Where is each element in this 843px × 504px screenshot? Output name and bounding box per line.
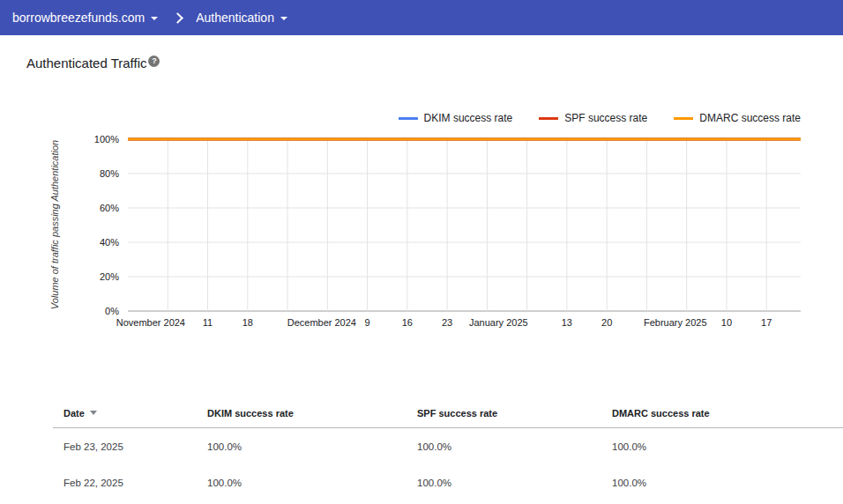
svg-text:February 2025: February 2025 [644,317,707,328]
section-selector-label: Authentication [196,11,274,25]
breadcrumb-chevron-icon [172,12,183,24]
cell-spf: 100.0% [417,478,612,488]
svg-text:0%: 0% [105,306,119,316]
svg-text:13: 13 [562,317,572,328]
cell-dkim: 100.0% [207,478,417,488]
svg-text:December 2024: December 2024 [287,317,356,328]
caret-down-icon [280,17,287,20]
svg-text:20%: 20% [100,271,119,282]
svg-text:11: 11 [203,317,213,328]
cell-date: Feb 22, 2025 [63,478,207,488]
svg-text:100%: 100% [94,134,119,145]
svg-text:80%: 80% [100,168,119,179]
column-header-date[interactable]: Date [63,408,207,419]
authentication-chart: 0%20%40%60%80%100%11189162313201017Novem… [0,130,843,342]
legend-label-dmarc: DMARC success rate [699,112,801,124]
section-selector[interactable]: Authentication [196,11,287,25]
chart-legend: DKIM success rate SPF success rate DMARC… [399,112,801,124]
cell-dmarc: 100.0% [612,441,843,452]
svg-text:16: 16 [402,317,413,328]
table-row: Feb 23, 2025 100.0% 100.0% 100.0% [53,428,843,464]
svg-text:60%: 60% [100,203,119,213]
dkim-line-swatch-icon [399,117,418,120]
domain-selector-label: borrowbreezefunds.com [12,11,145,25]
spf-line-swatch-icon [539,117,558,120]
auth-table: Date DKIM success rate SPF success rate … [53,398,843,500]
cell-dkim: 100.0% [207,441,417,452]
cell-date: Feb 23, 2025 [63,441,207,452]
legend-item-dkim: DKIM success rate [399,112,513,124]
cell-dmarc: 100.0% [612,478,843,488]
help-icon[interactable]: ? [148,56,160,67]
svg-text:17: 17 [761,317,772,328]
svg-text:23: 23 [442,317,452,328]
svg-text:40%: 40% [100,237,119,248]
svg-text:9: 9 [365,317,370,328]
svg-text:18: 18 [242,317,253,328]
legend-label-spf: SPF success rate [564,112,647,124]
dmarc-line-swatch-icon [674,117,693,120]
column-header-dkim: DKIM success rate [207,408,417,419]
legend-item-spf: SPF success rate [539,112,647,124]
sort-desc-icon [90,411,97,415]
legend-label-dkim: DKIM success rate [424,112,513,124]
svg-text:November 2024: November 2024 [116,317,185,328]
column-header-spf: SPF success rate [417,408,612,419]
table-header-row: Date DKIM success rate SPF success rate … [53,398,843,428]
table-row: Feb 22, 2025 100.0% 100.0% 100.0% [53,464,843,500]
legend-item-dmarc: DMARC success rate [674,112,801,124]
page-title-row: Authenticated Traffic? [26,56,160,70]
svg-text:January 2025: January 2025 [469,317,528,328]
column-header-dmarc: DMARC success rate [612,408,843,419]
column-header-date-label: Date [63,408,85,419]
page-title: Authenticated Traffic [26,56,146,70]
cell-spf: 100.0% [417,441,612,452]
postmaster-authentication-page: borrowbreezefunds.com Authentication Aut… [0,0,843,504]
caret-down-icon [151,17,158,20]
domain-selector[interactable]: borrowbreezefunds.com [12,11,158,25]
svg-text:10: 10 [721,317,732,328]
svg-text:20: 20 [601,317,612,328]
top-bar: borrowbreezefunds.com Authentication [0,0,843,35]
